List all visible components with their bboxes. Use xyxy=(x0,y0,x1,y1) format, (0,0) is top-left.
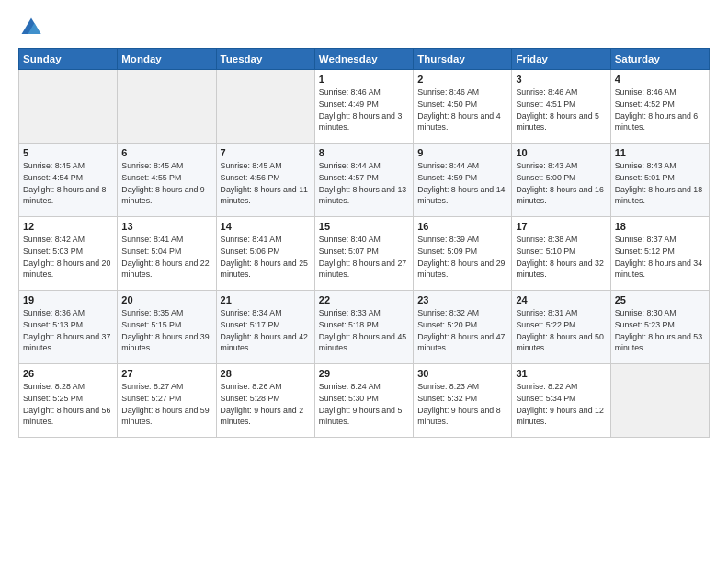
calendar-cell: 2Sunrise: 8:46 AM Sunset: 4:50 PM Daylig… xyxy=(414,70,512,144)
day-info: Sunrise: 8:46 AM Sunset: 4:52 PM Dayligh… xyxy=(615,86,705,133)
day-info: Sunrise: 8:28 AM Sunset: 5:25 PM Dayligh… xyxy=(23,381,113,428)
day-number: 25 xyxy=(615,294,705,305)
day-info: Sunrise: 8:44 AM Sunset: 4:59 PM Dayligh… xyxy=(417,160,507,207)
calendar-cell: 5Sunrise: 8:45 AM Sunset: 4:54 PM Daylig… xyxy=(19,144,118,217)
week-row-1: 1Sunrise: 8:46 AM Sunset: 4:49 PM Daylig… xyxy=(19,70,710,144)
calendar-cell: 3Sunrise: 8:46 AM Sunset: 4:51 PM Daylig… xyxy=(512,70,610,144)
day-number: 2 xyxy=(417,74,507,85)
calendar-cell: 12Sunrise: 8:42 AM Sunset: 5:03 PM Dayli… xyxy=(19,217,118,291)
day-info: Sunrise: 8:24 AM Sunset: 5:30 PM Dayligh… xyxy=(319,381,409,428)
day-number: 19 xyxy=(23,294,113,305)
weekday-header-thursday: Thursday xyxy=(414,49,512,70)
day-info: Sunrise: 8:32 AM Sunset: 5:20 PM Dayligh… xyxy=(417,307,507,354)
weekday-header-monday: Monday xyxy=(118,49,216,70)
day-info: Sunrise: 8:42 AM Sunset: 5:03 PM Dayligh… xyxy=(23,234,113,281)
calendar-cell: 31Sunrise: 8:22 AM Sunset: 5:34 PM Dayli… xyxy=(512,364,610,438)
day-info: Sunrise: 8:27 AM Sunset: 5:27 PM Dayligh… xyxy=(121,381,211,428)
calendar-cell: 29Sunrise: 8:24 AM Sunset: 5:30 PM Dayli… xyxy=(314,364,413,438)
calendar-cell: 20Sunrise: 8:35 AM Sunset: 5:15 PM Dayli… xyxy=(118,291,216,364)
day-number: 7 xyxy=(221,147,311,158)
day-number: 18 xyxy=(615,221,705,232)
day-number: 8 xyxy=(319,147,409,158)
day-info: Sunrise: 8:33 AM Sunset: 5:18 PM Dayligh… xyxy=(319,307,409,354)
day-info: Sunrise: 8:46 AM Sunset: 4:50 PM Dayligh… xyxy=(417,86,507,133)
day-number: 11 xyxy=(615,147,705,158)
calendar-cell: 21Sunrise: 8:34 AM Sunset: 5:17 PM Dayli… xyxy=(216,291,314,364)
day-number: 23 xyxy=(417,294,507,305)
day-info: Sunrise: 8:38 AM Sunset: 5:10 PM Dayligh… xyxy=(516,234,606,281)
day-info: Sunrise: 8:44 AM Sunset: 4:57 PM Dayligh… xyxy=(319,160,409,207)
weekday-header-wednesday: Wednesday xyxy=(314,49,413,70)
day-info: Sunrise: 8:26 AM Sunset: 5:28 PM Dayligh… xyxy=(221,381,311,428)
day-info: Sunrise: 8:35 AM Sunset: 5:15 PM Dayligh… xyxy=(121,307,211,354)
weekday-header-saturday: Saturday xyxy=(610,49,709,70)
calendar-cell: 7Sunrise: 8:45 AM Sunset: 4:56 PM Daylig… xyxy=(216,144,314,217)
calendar-cell: 17Sunrise: 8:38 AM Sunset: 5:10 PM Dayli… xyxy=(512,217,610,291)
calendar-cell: 1Sunrise: 8:46 AM Sunset: 4:49 PM Daylig… xyxy=(314,70,413,144)
day-info: Sunrise: 8:43 AM Sunset: 5:01 PM Dayligh… xyxy=(615,160,705,207)
weekday-header-row: SundayMondayTuesdayWednesdayThursdayFrid… xyxy=(19,49,710,70)
day-info: Sunrise: 8:46 AM Sunset: 4:49 PM Dayligh… xyxy=(319,86,409,133)
weekday-header-tuesday: Tuesday xyxy=(216,49,314,70)
calendar-cell: 26Sunrise: 8:28 AM Sunset: 5:25 PM Dayli… xyxy=(19,364,118,438)
day-info: Sunrise: 8:43 AM Sunset: 5:00 PM Dayligh… xyxy=(516,160,606,207)
calendar-cell: 6Sunrise: 8:45 AM Sunset: 4:55 PM Daylig… xyxy=(118,144,216,217)
week-row-3: 12Sunrise: 8:42 AM Sunset: 5:03 PM Dayli… xyxy=(19,217,710,291)
calendar-cell: 30Sunrise: 8:23 AM Sunset: 5:32 PM Dayli… xyxy=(414,364,512,438)
day-info: Sunrise: 8:23 AM Sunset: 5:32 PM Dayligh… xyxy=(417,381,507,428)
calendar-cell: 28Sunrise: 8:26 AM Sunset: 5:28 PM Dayli… xyxy=(216,364,314,438)
calendar-cell: 27Sunrise: 8:27 AM Sunset: 5:27 PM Dayli… xyxy=(118,364,216,438)
day-info: Sunrise: 8:36 AM Sunset: 5:13 PM Dayligh… xyxy=(23,307,113,354)
day-info: Sunrise: 8:41 AM Sunset: 5:04 PM Dayligh… xyxy=(121,234,211,281)
weekday-header-sunday: Sunday xyxy=(19,49,118,70)
day-info: Sunrise: 8:45 AM Sunset: 4:54 PM Dayligh… xyxy=(23,160,113,207)
week-row-4: 19Sunrise: 8:36 AM Sunset: 5:13 PM Dayli… xyxy=(19,291,710,364)
calendar-cell: 25Sunrise: 8:30 AM Sunset: 5:23 PM Dayli… xyxy=(610,291,709,364)
calendar-cell xyxy=(610,364,709,438)
calendar-cell: 13Sunrise: 8:41 AM Sunset: 5:04 PM Dayli… xyxy=(118,217,216,291)
day-number: 6 xyxy=(121,147,211,158)
calendar-cell: 19Sunrise: 8:36 AM Sunset: 5:13 PM Dayli… xyxy=(19,291,118,364)
calendar-cell: 4Sunrise: 8:46 AM Sunset: 4:52 PM Daylig… xyxy=(610,70,709,144)
day-info: Sunrise: 8:46 AM Sunset: 4:51 PM Dayligh… xyxy=(516,86,606,133)
day-number: 28 xyxy=(221,368,311,379)
logo xyxy=(18,15,48,40)
header xyxy=(18,15,710,40)
calendar-cell: 11Sunrise: 8:43 AM Sunset: 5:01 PM Dayli… xyxy=(610,144,709,217)
day-number: 5 xyxy=(23,147,113,158)
day-number: 14 xyxy=(221,221,311,232)
day-number: 15 xyxy=(319,221,409,232)
day-number: 10 xyxy=(516,147,606,158)
day-number: 21 xyxy=(221,294,311,305)
calendar-cell: 23Sunrise: 8:32 AM Sunset: 5:20 PM Dayli… xyxy=(414,291,512,364)
calendar-cell: 15Sunrise: 8:40 AM Sunset: 5:07 PM Dayli… xyxy=(314,217,413,291)
day-info: Sunrise: 8:37 AM Sunset: 5:12 PM Dayligh… xyxy=(615,234,705,281)
calendar-cell: 14Sunrise: 8:41 AM Sunset: 5:06 PM Dayli… xyxy=(216,217,314,291)
day-info: Sunrise: 8:30 AM Sunset: 5:23 PM Dayligh… xyxy=(615,307,705,354)
day-info: Sunrise: 8:34 AM Sunset: 5:17 PM Dayligh… xyxy=(221,307,311,354)
day-number: 3 xyxy=(516,74,606,85)
calendar-cell: 22Sunrise: 8:33 AM Sunset: 5:18 PM Dayli… xyxy=(314,291,413,364)
day-info: Sunrise: 8:40 AM Sunset: 5:07 PM Dayligh… xyxy=(319,234,409,281)
calendar-cell xyxy=(216,70,314,144)
calendar-table: SundayMondayTuesdayWednesdayThursdayFrid… xyxy=(18,48,710,438)
day-number: 27 xyxy=(121,368,211,379)
calendar-cell: 24Sunrise: 8:31 AM Sunset: 5:22 PM Dayli… xyxy=(512,291,610,364)
calendar-cell: 16Sunrise: 8:39 AM Sunset: 5:09 PM Dayli… xyxy=(414,217,512,291)
day-number: 1 xyxy=(319,74,409,85)
calendar-cell xyxy=(19,70,118,144)
calendar-page: SundayMondayTuesdayWednesdayThursdayFrid… xyxy=(0,0,728,563)
calendar-cell xyxy=(118,70,216,144)
calendar-cell: 18Sunrise: 8:37 AM Sunset: 5:12 PM Dayli… xyxy=(610,217,709,291)
day-number: 12 xyxy=(23,221,113,232)
calendar-cell: 10Sunrise: 8:43 AM Sunset: 5:00 PM Dayli… xyxy=(512,144,610,217)
logo-icon xyxy=(18,15,44,40)
week-row-2: 5Sunrise: 8:45 AM Sunset: 4:54 PM Daylig… xyxy=(19,144,710,217)
day-number: 30 xyxy=(417,368,507,379)
day-number: 13 xyxy=(121,221,211,232)
day-number: 20 xyxy=(121,294,211,305)
day-number: 16 xyxy=(417,221,507,232)
calendar-cell: 9Sunrise: 8:44 AM Sunset: 4:59 PM Daylig… xyxy=(414,144,512,217)
day-info: Sunrise: 8:39 AM Sunset: 5:09 PM Dayligh… xyxy=(417,234,507,281)
day-number: 22 xyxy=(319,294,409,305)
